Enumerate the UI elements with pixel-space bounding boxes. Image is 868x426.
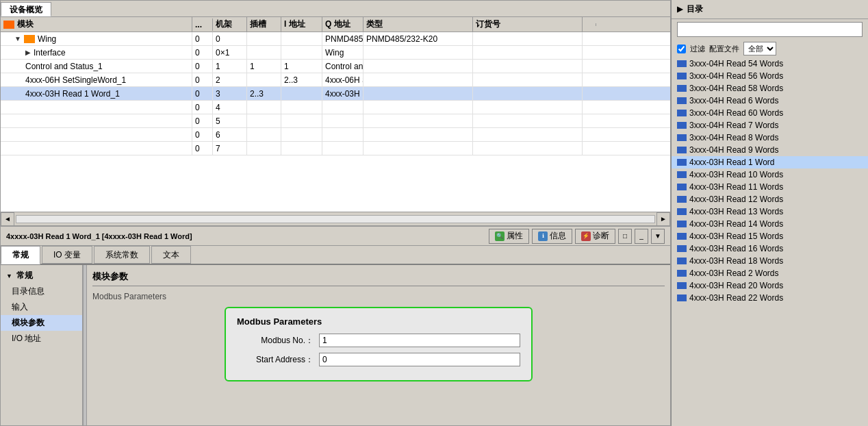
catalog-item-icon [677,60,687,67]
catalog-item-icon [677,171,687,178]
catalog-item[interactable]: 3xxx-04H Read 9 Words [672,144,868,156]
tree-collapse-arrow[interactable]: ▶ [25,49,31,56]
grid-cell-q-addr [281,114,322,127]
catalog-item[interactable]: 4xxx-03H Read 2 Words [672,267,868,279]
grid-cell-scroll [473,87,583,100]
tree-expand-arrow[interactable]: ▼ [14,35,21,42]
table-row[interactable]: 4xxx-03H Read 1 Word_1032..34xxx-03H Rea… [1,87,670,101]
catalog-filter-bar: 过滤 配置文件 全部 [672,41,868,56]
grid-cell-slot: 1 [213,60,247,73]
table-row[interactable]: ▶Interface00×1Wing [1,46,670,60]
input-start-addr[interactable] [319,353,520,366]
catalog-item[interactable]: 4xxx-03H Read 1 Word [672,156,868,168]
properties-btn[interactable]: 🔍 属性 [489,229,529,244]
catalog-item-label: 4xxx-03H Read 20 Words [689,281,783,290]
catalog-item-icon [677,295,687,301]
scroll-right-btn[interactable]: ► [656,212,670,226]
nav-item-input[interactable]: 输入 [1,299,82,315]
table-row[interactable]: ▼Wing00PNMD485/232-K20-...PNMD485/232-K2… [1,32,670,46]
catalog-item[interactable]: 3xxx-04H Read 54 Words [672,58,868,70]
catalog-item[interactable]: 3xxx-04H Read 7 Words [672,119,868,131]
table-row[interactable]: 04 [1,101,670,114]
modbus-box-title: Modbus Parameters [237,316,520,327]
catalog-item-label: 4xxx-03H Read 14 Words [689,219,783,229]
catalog-item-icon [677,270,687,277]
catalog-item[interactable]: 3xxx-04H Read 56 Words [672,70,868,82]
catalog-item[interactable]: 4xxx-03H Read 20 Words [672,279,868,292]
catalog-search-input[interactable] [677,22,863,37]
label-start-addr: Start Address： [237,354,319,366]
grid-cell-q-addr: 1 [281,60,322,73]
grid-cell-order [363,60,473,73]
catalog-item-label: 4xxx-03H Read 13 Words [689,207,783,216]
catalog-item-icon [677,73,687,79]
tab-regular[interactable]: 常规 [1,246,40,264]
grid-cell-scroll [473,142,583,155]
tab-text[interactable]: 文本 [151,246,191,264]
catalog-item[interactable]: 4xxx-03H Read 18 Words [672,255,868,267]
catalog-item[interactable]: 4xxx-03H Read 15 Words [672,230,868,242]
grid-cell-order: PNMD485/232-K20 [363,32,473,45]
table-row[interactable]: Control and Status_10111Control and Stat… [1,60,670,73]
catalog-item-icon [677,258,687,264]
catalog-item[interactable]: 4xxx-03H Read 13 Words [672,205,868,218]
grid-cell-name: Control and Status_1 [1,60,192,73]
filter-checkbox[interactable] [677,45,686,53]
catalog-item[interactable]: 3xxx-04H Read 60 Words [672,107,868,119]
module-icon [3,21,14,29]
nav-item-catalog[interactable]: 目录信息 [1,284,82,299]
diag-btn[interactable]: ⚡ 诊断 [575,229,615,244]
tab-sys-const[interactable]: 系统常数 [94,246,150,264]
tab-equipment-overview[interactable]: 设备概览 [1,2,51,16]
mini-btn-1[interactable]: □ [618,229,632,244]
diag-icon: ⚡ [581,231,591,241]
info-btn[interactable]: ℹ 信息 [532,229,572,244]
prop-right: 模块参数 Modbus Parameters Modbus Parameters… [87,265,670,425]
scroll-left-btn[interactable]: ◄ [1,212,14,226]
catalog-item[interactable]: 3xxx-04H Read 58 Words [672,82,868,95]
grid-cell-type [322,128,363,141]
table-row[interactable]: 06 [1,128,670,142]
scroll-track[interactable] [16,215,655,223]
mini-btn-3[interactable]: ▼ [651,229,665,244]
catalog-item-label: 3xxx-04H Read 60 Words [689,108,783,118]
catalog-item[interactable]: 4xxx-03H Read 16 Words [672,242,868,255]
catalog-item-label: 4xxx-03H Read 10 Words [689,170,783,179]
grid-cell-name-text: Control and Status_1 [25,62,103,71]
grid-cell-slot: 0×1 [213,46,247,59]
catalog-item[interactable]: 4xxx-03H Read 22 Words [672,292,868,304]
catalog-item-label: 3xxx-04H Read 56 Words [689,71,783,81]
catalog-item[interactable]: 4xxx-03H Read 10 Words [672,168,868,181]
form-row-modbus-no: Modbus No.： [237,334,520,347]
catalog-item[interactable]: 3xxx-04H Read 8 Words [672,131,868,144]
table-row[interactable]: 05 [1,114,670,128]
nav-group-regular[interactable]: ▼ 常规 [1,268,82,284]
catalog-item-label: 3xxx-04H Read 9 Words [689,145,779,155]
catalog-item[interactable]: 3xxx-04H Read 6 Words [672,95,868,107]
catalog-item-label: 4xxx-03H Read 16 Words [689,244,783,253]
grid-cell-scroll [473,73,583,86]
catalog-item[interactable]: 4xxx-03H Read 12 Words [672,193,868,205]
catalog-item-icon [677,184,687,190]
catalog-item[interactable]: 4xxx-03H Read 14 Words [672,218,868,230]
catalog-item[interactable]: 4xxx-03H Read 11 Words [672,181,868,193]
grid-cell-order [363,142,473,155]
property-header: 4xxxx-03H Read 1 Word_1 [4xxxx-03H Read … [1,227,670,246]
grid-cell-type [322,114,363,127]
grid-cell-q-addr [281,32,322,45]
grid-cell-q-addr [281,128,322,141]
grid-cell-i-addr [247,32,281,45]
nav-item-io-addr[interactable]: I/O 地址 [1,331,82,347]
config-select[interactable]: 全部 [743,42,776,55]
nav-item-module-params[interactable]: 模块参数 [1,315,82,331]
properties-icon: 🔍 [495,231,505,241]
grid-cell-name-text: Wing [38,34,56,44]
grid-cell-name-text: Interface [34,48,66,58]
input-modbus-no[interactable] [319,334,520,347]
table-row[interactable]: 4xxx-06H SetSingleWord_1022..34xxx-06H S… [1,73,670,87]
catalog-header: ▶ 目录 [672,0,868,19]
property-toolbar: 🔍 属性 ℹ 信息 ⚡ 诊断 □ _ ▼ [489,229,665,244]
mini-btn-2[interactable]: _ [635,229,648,244]
tab-io-var[interactable]: IO 变量 [42,246,92,264]
table-row[interactable]: 07 [1,142,670,155]
